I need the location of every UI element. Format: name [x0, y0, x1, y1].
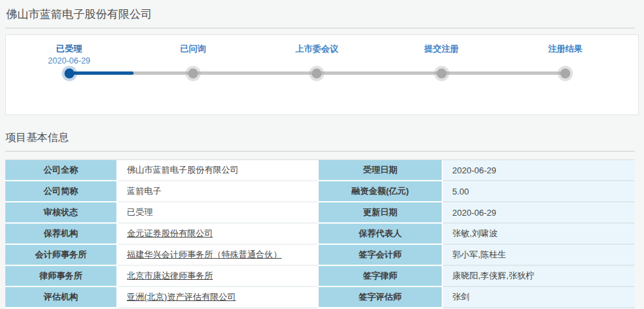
step-label: 已受理 [48, 43, 91, 55]
row-label: 签字评估师 [319, 287, 443, 308]
sponsor-org-link[interactable]: 金元证券股份有限公司 [127, 228, 213, 238]
row-label: 融资金额(亿元) [319, 181, 443, 202]
timeline-panel: 已受理 2020-06-29 已问询 上市委会议 提交注册 注册结果 [5, 34, 639, 115]
timeline-progress [69, 71, 134, 75]
row-label: 保荐代表人 [319, 224, 443, 245]
timeline-dot [312, 68, 322, 78]
table-row: 律师事务所 北京市康达律师事务所 签字律师 康晓阳,李侠辉,张狄柠 [5, 266, 635, 287]
row-label: 更新日期 [319, 202, 443, 224]
row-label: 评估机构 [5, 287, 118, 308]
timeline-step-registration-result: 注册结果 [548, 43, 583, 55]
timeline-dot-active [64, 68, 74, 78]
row-label: 审核状态 [5, 202, 118, 224]
appraisal-org-link[interactable]: 亚洲(北京)资产评估有限公司 [127, 292, 236, 302]
row-value: 张敏,刘啸波 [443, 224, 635, 245]
row-label: 受理日期 [319, 160, 443, 181]
table-row: 会计师事务所 福建华兴会计师事务所（特殊普通合伙） 签字会计师 郭小军,陈桂生 [5, 245, 635, 266]
step-label: 注册结果 [548, 43, 583, 55]
timeline-step-accepted: 已受理 2020-06-29 [48, 43, 91, 66]
timeline-dot [561, 68, 571, 78]
law-firm-link[interactable]: 北京市康达律师事务所 [127, 271, 213, 281]
row-value: 张剑 [443, 287, 635, 308]
step-label: 上市委会议 [296, 43, 339, 55]
row-value: 2020-06-29 [443, 202, 635, 224]
row-label: 公司简称 [5, 181, 118, 202]
step-date: 2020-06-29 [48, 56, 91, 66]
step-label: 提交注册 [424, 43, 459, 55]
row-label: 签字会计师 [319, 245, 443, 266]
row-label: 律师事务所 [5, 266, 118, 287]
table-row: 审核状态 已受理 更新日期 2020-06-29 [5, 202, 635, 224]
row-label: 公司全称 [5, 160, 118, 181]
table-row: 评估机构 亚洲(北京)资产评估有限公司 签字评估师 张剑 [5, 287, 635, 308]
row-value: 5.00 [443, 181, 635, 202]
timeline-step-submit-registration: 提交注册 [424, 43, 459, 55]
step-label: 已问询 [180, 43, 206, 55]
row-value: 郭小军,陈桂生 [443, 245, 635, 266]
row-value: 已受理 [118, 202, 319, 224]
table-row: 公司简称 蓝箭电子 融资金额(亿元) 5.00 [5, 181, 635, 202]
timeline-step-inquired: 已问询 [180, 43, 206, 55]
timeline-step-committee-meeting: 上市委会议 [296, 43, 339, 55]
page-title: 佛山市蓝箭电子股份有限公司 [5, 5, 635, 28]
project-info-table: 公司全称 佛山市蓝箭电子股份有限公司 受理日期 2020-06-29 公司简称 … [5, 159, 635, 308]
accounting-firm-link[interactable]: 福建华兴会计师事务所（特殊普通合伙） [127, 249, 282, 259]
page-container: 佛山市蓝箭电子股份有限公司 已受理 2020-06-29 已问询 上市委会议 提… [0, 0, 639, 308]
section-title-basic-info: 项目基本信息 [5, 131, 635, 152]
row-label: 会计师事务所 [5, 245, 118, 266]
row-label: 保荐机构 [5, 224, 118, 245]
table-row: 保荐机构 金元证券股份有限公司 保荐代表人 张敏,刘啸波 [5, 224, 635, 245]
row-value: 蓝箭电子 [118, 181, 319, 202]
row-value: 康晓阳,李侠辉,张狄柠 [443, 266, 635, 287]
timeline-dot [188, 68, 198, 78]
row-label: 签字律师 [319, 266, 443, 287]
table-row: 公司全称 佛山市蓝箭电子股份有限公司 受理日期 2020-06-29 [5, 160, 635, 181]
row-value: 2020-06-29 [443, 160, 635, 181]
row-value: 佛山市蓝箭电子股份有限公司 [118, 160, 319, 181]
timeline-dot [436, 68, 446, 78]
